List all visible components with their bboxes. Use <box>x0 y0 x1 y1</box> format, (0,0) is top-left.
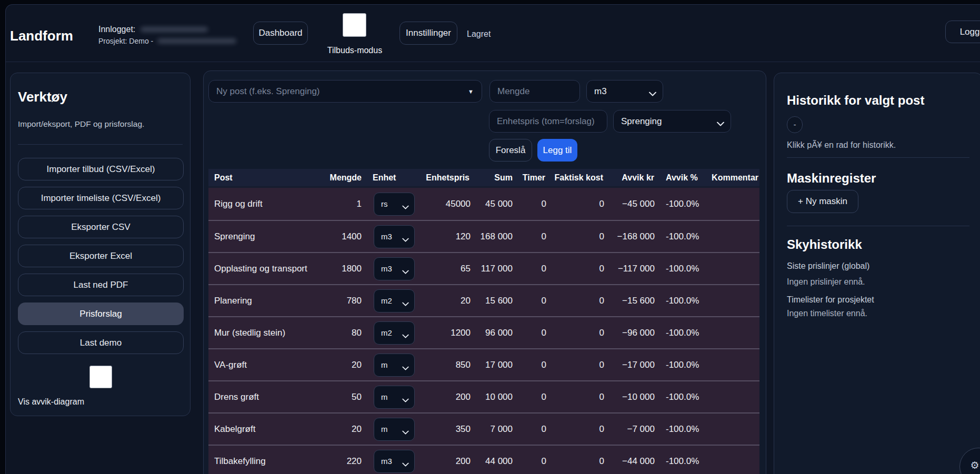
history-panel: Historikk for valgt post - Klikk pÃ¥ en … <box>774 73 980 474</box>
unit-select[interactable]: m3 <box>586 80 663 103</box>
cell-sum: 44 000 <box>472 445 515 474</box>
row-unit-select-wrap: m <box>374 418 415 441</box>
cell-post: VA-grøft <box>208 348 329 380</box>
row-unit-select[interactable]: m <box>374 354 415 377</box>
cell-enhet: m <box>364 380 423 412</box>
column-header: Enhet <box>364 169 423 188</box>
cell-faktisk-kost: 0 <box>547 284 605 316</box>
tools-sidebar: Verktøy Import/eksport, PDF og prisforsl… <box>10 73 191 416</box>
new-post-input[interactable] <box>208 80 482 103</box>
table-row[interactable]: Mur (stedlig stein) 80 m2 1200 96 000 0 … <box>208 316 759 348</box>
row-unit-select[interactable]: m3 <box>374 450 415 473</box>
cell-enhetspris: 1200 <box>423 316 472 348</box>
cost-table: PostMengdeEnhetEnhetsprisSumTimerFaktisk… <box>208 169 759 474</box>
legg-til-button[interactable]: Legg til <box>537 139 577 162</box>
history-badge: - <box>787 116 803 133</box>
price-lines-empty: Ingen prislinjer ennå. <box>787 277 865 287</box>
new-machine-button[interactable]: + Ny maskin <box>787 190 858 213</box>
table-row[interactable]: Planering 780 m2 20 15 600 0 0 −15 600 -… <box>208 284 759 316</box>
cloud-history-title: Skyhistorikk <box>787 237 862 252</box>
cell-mengde: 220 <box>329 445 364 474</box>
cell-avvik-kr: −45 000 <box>605 188 656 220</box>
cost-items-panel: ▼ m3 Sprenging Foreslå Legg til <box>203 70 766 474</box>
machine-register-title: Maskinregister <box>787 171 876 186</box>
cell-timer: 0 <box>515 380 547 412</box>
cell-mengde: 80 <box>329 316 364 348</box>
foresla-button[interactable]: Foreslå <box>489 139 532 162</box>
enhetspris-input[interactable] <box>489 110 607 133</box>
row-unit-select[interactable]: m3 <box>374 225 415 248</box>
cell-avvik-kr: −17 000 <box>605 348 656 380</box>
logout-button[interactable]: Logg ut <box>945 21 980 43</box>
cell-enhet: m <box>364 412 423 445</box>
cell-enhetspris: 850 <box>423 348 472 380</box>
table-row[interactable]: Kabelgrøft 20 m 350 7 000 0 0 −7 000 -10… <box>208 412 759 445</box>
sidebar-tool-button[interactable]: Importer timeliste (CSV/Excel) <box>18 187 184 209</box>
cell-faktisk-kost: 0 <box>547 380 605 412</box>
sidebar-tool-button[interactable]: Eksporter Excel <box>18 245 184 267</box>
mengde-input[interactable] <box>489 80 580 103</box>
cell-post: Rigg og drift <box>208 188 329 220</box>
cell-kommentar <box>703 380 759 412</box>
cell-faktisk-kost: 0 <box>547 252 605 284</box>
cell-enhetspris: 350 <box>423 412 472 445</box>
cell-enhet: m2 <box>364 284 423 316</box>
cell-faktisk-kost: 0 <box>547 412 605 445</box>
table-row[interactable]: Sprenging 1400 m3 120 168 000 0 0 −168 0… <box>208 220 759 252</box>
cell-enhetspris: 45000 <box>423 188 472 220</box>
table-row[interactable]: Rigg og drift 1 rs 45000 45 000 0 0 −45 … <box>208 188 759 220</box>
cell-mengde: 20 <box>329 348 364 380</box>
row-unit-select[interactable]: m3 <box>374 257 415 280</box>
category-select[interactable]: Sprenging <box>613 110 731 133</box>
cell-avvik-kr: −44 000 <box>605 445 656 474</box>
tilbuds-modus-checkbox[interactable] <box>343 13 366 37</box>
gear-icon: ⚙ <box>970 459 979 471</box>
row-unit-select-wrap: rs <box>374 193 415 216</box>
innstillinger-button[interactable]: Innstillinger <box>399 22 457 45</box>
row-unit-select[interactable]: m <box>374 386 415 409</box>
project-label: Prosjekt: Demo - <box>98 37 153 45</box>
sidebar-tool-button[interactable]: Prisforslag <box>18 302 184 325</box>
table-row[interactable]: Drens grøft 50 m 200 10 000 0 0 −10 000 … <box>208 380 759 412</box>
cell-avvik-kr: −117 000 <box>605 252 656 284</box>
cell-kommentar <box>703 348 759 380</box>
column-header: Mengde <box>329 169 364 188</box>
cell-faktisk-kost: 0 <box>547 316 605 348</box>
category-select-wrap: Sprenging <box>613 110 731 133</box>
column-header: Enhetspris <box>423 169 472 188</box>
dashboard-button[interactable]: Dashboard <box>253 22 308 45</box>
row-unit-select[interactable]: m2 <box>374 321 415 345</box>
row-unit-select[interactable]: rs <box>374 193 415 216</box>
sidebar-description: Import/eksport, PDF og prisforslag. <box>18 119 144 129</box>
column-header: Sum <box>472 169 515 188</box>
cell-post: Drens grøft <box>208 380 329 412</box>
row-unit-select[interactable]: m <box>374 418 415 441</box>
cell-sum: 7 000 <box>472 412 515 445</box>
cell-enhetspris: 200 <box>423 380 472 412</box>
new-post-combo-wrap: ▼ <box>208 80 482 103</box>
history-hint: Klikk pÃ¥ en rad for historikk. <box>787 140 896 150</box>
row-unit-select[interactable]: m2 <box>374 289 415 312</box>
cell-sum: 17 000 <box>472 348 515 380</box>
unit-select-wrap: m3 <box>586 80 663 103</box>
cell-avvik-pct: -100.0% <box>656 412 703 445</box>
sidebar-divider <box>18 144 183 145</box>
cell-sum: 117 000 <box>472 252 515 284</box>
cell-mengde: 780 <box>329 284 364 316</box>
cell-timer: 0 <box>515 188 547 220</box>
table-row[interactable]: VA-grøft 20 m 850 17 000 0 0 −17 000 -10… <box>208 348 759 380</box>
sidebar-tool-button[interactable]: Importer tilbud (CSV/Excel) <box>18 158 184 180</box>
table-row[interactable]: Opplasting og transport 1800 m3 65 117 0… <box>208 252 759 284</box>
vis-avvik-diagram-checkbox[interactable] <box>89 366 112 388</box>
sidebar-tool-button[interactable]: Eksporter CSV <box>18 216 184 238</box>
cell-avvik-kr: −96 000 <box>605 316 656 348</box>
cell-avvik-pct: -100.0% <box>656 252 703 284</box>
table-row[interactable]: Tilbakefylling 220 m3 200 44 000 0 0 −44… <box>208 445 759 474</box>
history-title: Historikk for valgt post <box>787 93 924 108</box>
row-unit-select-wrap: m2 <box>374 321 415 345</box>
sidebar-tool-button[interactable]: Last demo <box>18 331 184 354</box>
sidebar-tool-button[interactable]: Last ned PDF <box>18 274 184 296</box>
app-window: Landform Innlogget: Prosjekt: Demo - Das… <box>5 4 980 474</box>
cell-sum: 96 000 <box>472 316 515 348</box>
cell-post: Planering <box>208 284 329 316</box>
